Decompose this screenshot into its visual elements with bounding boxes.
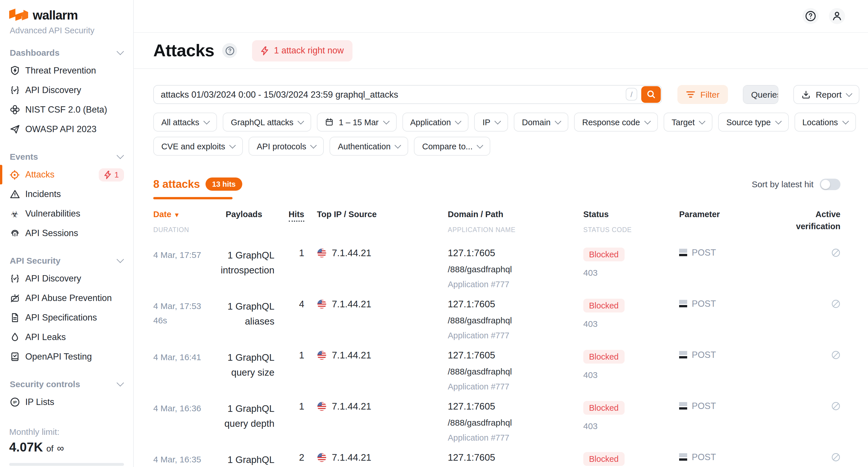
- us-flag-icon: [317, 453, 327, 462]
- sidebar-item-api-specifications[interactable]: API Specifications: [0, 308, 133, 327]
- search-input[interactable]: [153, 85, 662, 104]
- filter-chip[interactable]: Domain: [514, 113, 568, 132]
- table-row[interactable]: 4 Mar, 17:57 1 GraphQL introspection 1 7…: [153, 247, 840, 298]
- table-row[interactable]: 4 Mar, 16:36 1 GraphQL query depth 1 7.1…: [153, 401, 840, 452]
- sidebar-item-api-sessions[interactable]: API Sessions: [0, 224, 133, 243]
- brand[interactable]: wallarm: [0, 8, 133, 23]
- search-button[interactable]: [641, 86, 661, 103]
- status-badge: Blocked: [583, 350, 624, 363]
- filter-chip-label: Application: [410, 117, 451, 127]
- sidebar-section-events[interactable]: Events: [0, 148, 133, 165]
- cell-active-verification: [774, 350, 840, 359]
- attack-date: 4 Mar, 17:53: [153, 298, 214, 313]
- body-parameter-icon: [679, 249, 687, 256]
- attacks-count-badge: 1: [99, 168, 124, 181]
- chevron-down-icon: [395, 142, 401, 149]
- sidebar-item-owasp-api[interactable]: OWASP API 2023: [0, 119, 133, 139]
- user-button[interactable]: [829, 8, 845, 24]
- filter-chip[interactable]: Authentication: [330, 137, 408, 156]
- brand-subtitle: Advanced API Security: [0, 26, 133, 35]
- status-badge: Blocked: [583, 298, 624, 312]
- sidebar-item-label: Threat Prevention: [25, 65, 96, 76]
- table-row[interactable]: 4 Mar, 16:41 1 GraphQL query size 1 7.1.…: [153, 350, 840, 401]
- column-header-hits[interactable]: Hits: [274, 208, 304, 235]
- filter-chip[interactable]: Locations: [794, 113, 856, 132]
- braces-api-icon: [9, 85, 20, 96]
- sidebar-item-ip-lists[interactable]: IP IP Lists: [0, 392, 133, 412]
- column-header-top-ip: Top IP / Source: [304, 208, 448, 235]
- sort-desc-icon: ▼: [174, 211, 180, 218]
- cell-payload: 1 GraphQL query size: [214, 350, 274, 380]
- column-subheader-application: APPLICATION NAME: [448, 225, 583, 235]
- cell-date: 4 Mar, 17:53 46s: [153, 298, 214, 328]
- braces-api-icon: [9, 273, 20, 284]
- page-help-button[interactable]: [222, 43, 237, 58]
- main-area: Attacks 1 attack right now /: [134, 0, 868, 467]
- column-header-active-verification: Active verification: [774, 208, 840, 235]
- us-flag-icon: [317, 299, 327, 309]
- cell-domain-path: 127.1:7605 /888/gasdfraphql Application …: [448, 350, 583, 391]
- sidebar-item-api-abuse-prevention[interactable]: API Abuse Prevention: [0, 288, 133, 308]
- sidebar-item-vulnerabilities[interactable]: ☣ Vulnerabilities: [0, 204, 133, 224]
- not-available-icon: [831, 299, 840, 308]
- sidebar-section-api-security[interactable]: API Security: [0, 252, 133, 269]
- cell-payload: 1 GraphQL batching: [214, 452, 274, 467]
- attack-alert-badge[interactable]: 1 attack right now: [252, 40, 352, 61]
- status-badge: Blocked: [583, 452, 624, 466]
- body-parameter-icon: [679, 402, 687, 410]
- filter-chip[interactable]: IP: [474, 113, 508, 132]
- sidebar-item-incidents[interactable]: Incidents: [0, 184, 133, 204]
- sidebar-item-api-discovery-2[interactable]: API Discovery: [0, 269, 133, 288]
- sidebar-item-attacks[interactable]: Attacks 1: [0, 165, 133, 184]
- column-header-date[interactable]: Date ▼ DURATION: [153, 208, 214, 235]
- filter-chips-row-2: CVE and exploits API protocols Authentic…: [153, 137, 859, 156]
- filter-chip[interactable]: Compare to...: [414, 137, 491, 156]
- filter-chip[interactable]: 1 – 15 Mar: [317, 113, 396, 132]
- slash-shortcut-chip: /: [626, 88, 637, 100]
- queries-label: Queries: [751, 90, 778, 99]
- sort-label: Sort by latest hit: [752, 179, 813, 189]
- sidebar-item-label: NIST CSF 2.0 (Beta): [25, 105, 107, 115]
- cell-date: 4 Mar, 16:35 3m 46s: [153, 452, 214, 467]
- filter-chip[interactable]: Target: [663, 113, 713, 132]
- not-available-icon: [831, 401, 840, 410]
- report-button[interactable]: Report: [794, 85, 859, 104]
- filter-chip[interactable]: Application: [402, 113, 469, 132]
- attack-domain: 127.1:7605: [448, 350, 583, 360]
- droplet-icon: [9, 332, 20, 343]
- filter-chip[interactable]: GraphQL attacks: [223, 113, 311, 132]
- attacks-count-tab[interactable]: 8 attacks 13 hits: [153, 177, 242, 191]
- cell-active-verification: [774, 298, 840, 308]
- sidebar-item-nist-csf[interactable]: NIST CSF 2.0 (Beta): [0, 100, 133, 119]
- table-row[interactable]: 4 Mar, 17:53 46s 1 GraphQL aliases 4 7.1…: [153, 298, 840, 350]
- filter-chip[interactable]: CVE and exploits: [153, 137, 243, 156]
- sidebar-item-api-leaks[interactable]: API Leaks: [0, 327, 133, 347]
- lightning-icon: [104, 170, 112, 179]
- table-row[interactable]: 4 Mar, 16:35 3m 46s 1 GraphQL batching 2…: [153, 452, 840, 467]
- sidebar-section-security-controls[interactable]: Security controls: [0, 375, 133, 392]
- sidebar-item-label: API Leaks: [25, 332, 66, 342]
- filter-button[interactable]: Filter: [677, 85, 728, 104]
- filter-chip[interactable]: Source type: [718, 113, 788, 132]
- chevron-down-icon: [117, 48, 124, 55]
- cell-domain-path: 127.1:7605 /888/gasdfraphql Application …: [448, 452, 583, 467]
- sort-toggle[interactable]: [820, 178, 840, 190]
- header-label: Status: [583, 210, 609, 219]
- cell-status: Blocked 403: [583, 247, 679, 277]
- sidebar-item-threat-prevention[interactable]: Threat Prevention: [0, 61, 133, 80]
- filter-chip[interactable]: API protocols: [249, 137, 324, 156]
- filter-chip[interactable]: All attacks: [153, 113, 217, 132]
- help-button[interactable]: [803, 8, 818, 24]
- robot-blocked-icon: [9, 293, 20, 303]
- sidebar-item-label: API Sessions: [25, 228, 78, 238]
- chevron-down-icon: [311, 142, 317, 149]
- filter-chip[interactable]: Response code: [574, 113, 658, 132]
- filter-chip-label: Source type: [726, 117, 771, 127]
- queries-button[interactable]: Queries: [744, 86, 778, 104]
- not-available-icon: [831, 350, 840, 359]
- sidebar-item-api-discovery[interactable]: API Discovery: [0, 80, 133, 100]
- sidebar-item-openapi-testing[interactable]: OpenAPI Testing: [0, 347, 133, 367]
- column-header-status: Status STATUS CODE: [583, 208, 679, 235]
- filter-chip-label: API protocols: [257, 142, 306, 151]
- sidebar-section-dashboards[interactable]: Dashboards: [0, 43, 133, 61]
